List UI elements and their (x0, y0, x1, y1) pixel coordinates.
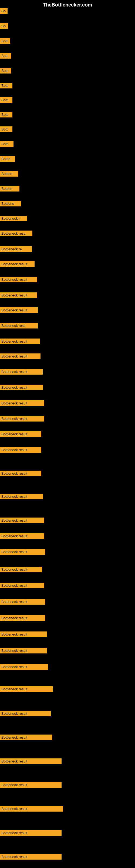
bottleneck-result-item: Bottleneck result (0, 471, 41, 476)
bottleneck-result-item: Bottleneck result (0, 806, 63, 812)
bottleneck-result-item: Bott (0, 83, 12, 88)
bottleneck-result-item: Bottleneck result (0, 567, 42, 572)
bottleneck-result-item: Bott (0, 126, 12, 132)
bottleneck-result-item: Bott (0, 112, 12, 118)
bottleneck-result-item: Bottleneck result (0, 261, 35, 267)
bottleneck-result-item: Bottleneck result (0, 369, 43, 375)
bottleneck-result-item: Bottleneck result (0, 599, 45, 604)
bottleneck-result-item: Bottleneck result (0, 782, 61, 788)
bottleneck-result-item: Bottlen (0, 171, 18, 177)
bottleneck-result-item: Bottleneck result (0, 416, 44, 422)
bottleneck-result-item: Bottleneck result (0, 339, 40, 344)
bottleneck-result-item: Bottleneck resu (0, 323, 38, 329)
bottleneck-result-item: Bottleneck result (0, 615, 45, 621)
bottleneck-result-item: Bottleneck result (0, 648, 47, 653)
bottleneck-result-item: Bottlene (0, 201, 21, 207)
bottleneck-result-item: Bottleneck result (0, 400, 44, 406)
bottleneck-result-item: Bottleneck result (0, 686, 53, 692)
bottleneck-result-item: Bottleneck result (0, 711, 51, 716)
bottleneck-result-item: Bottleneck result (0, 854, 61, 860)
bottleneck-result-item: Bott (0, 68, 11, 73)
bottleneck-result-item: Bottlen (0, 186, 19, 191)
bottleneck-result-item: Bottleneck result (0, 277, 37, 282)
bottleneck-result-item: Bottleneck re (0, 246, 32, 252)
bottleneck-result-item: Bo (0, 8, 8, 14)
site-title: TheBottlenecker.com (0, 0, 135, 9)
bottleneck-result-item: Bottleneck result (0, 758, 61, 764)
bottleneck-result-item: Bottleneck result (0, 447, 41, 453)
bottleneck-result-item: Bottleneck result (0, 353, 41, 359)
bottleneck-result-item: Bottleneck result (0, 549, 45, 555)
bottleneck-result-item: Bottleneck resu (0, 230, 32, 236)
bottleneck-result-item: Bott (0, 38, 10, 44)
bottleneck-result-item: Bott (0, 53, 11, 59)
bottleneck-result-item: Bottl (0, 141, 13, 147)
bottleneck-result-item: Bott (0, 97, 12, 103)
bottleneck-result-item: Bottleneck result (0, 431, 41, 437)
bottleneck-result-item: Bottleneck result (0, 631, 47, 637)
bottleneck-result-item: Bottleneck result (0, 830, 61, 836)
bottleneck-result-item: Bottleneck result (0, 494, 43, 499)
bottleneck-result-item: Bottleneck result (0, 518, 44, 523)
bottleneck-result-item: Bo (0, 23, 8, 29)
bottleneck-result-item: Bottleneck result (0, 307, 38, 313)
bottleneck-result-item: Bottleneck result (0, 384, 43, 390)
bottleneck-result-item: Bottleneck result (0, 292, 37, 298)
bottleneck-result-item: Bottleneck result (0, 533, 44, 539)
bottleneck-result-item: Bottleneck result (0, 735, 52, 740)
bottleneck-result-item: Bottle (0, 156, 15, 162)
bottleneck-result-item: Bottleneck result (0, 664, 48, 670)
bottleneck-result-item: Bottleneck result (0, 583, 44, 588)
bottleneck-result-item: Bottleneck r (0, 216, 27, 221)
